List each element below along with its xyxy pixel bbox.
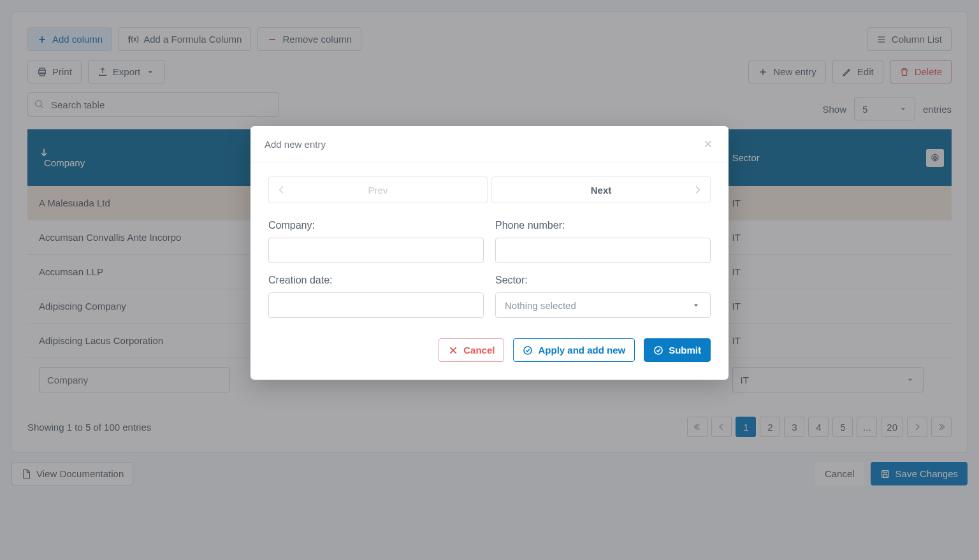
sector-select[interactable]: Nothing selected [495,292,711,318]
add-entry-modal: Add new entry Prev Next Company: [250,126,729,380]
check-circle-icon [523,345,533,355]
modal-title: Add new entry [265,139,326,150]
modal-apply-add-label: Apply and add new [538,345,625,355]
chevron-right-icon [692,185,702,195]
phone-input[interactable] [495,238,711,263]
phone-label: Phone number: [495,220,711,231]
caret-down-icon [691,300,701,310]
modal-overlay: Add new entry Prev Next Company: [0,0,979,560]
modal-apply-add-button[interactable]: Apply and add new [513,338,635,362]
company-input[interactable] [268,238,484,263]
check-circle-icon [653,345,664,355]
modal-cancel-label: Cancel [463,345,495,355]
sector-select-value: Nothing selected [505,300,576,311]
creation-date-input[interactable] [268,292,484,318]
close-icon [703,139,713,149]
creation-date-label: Creation date: [268,275,484,286]
chevron-left-icon [277,185,287,195]
modal-submit-label: Submit [669,345,701,355]
sector-label: Sector: [495,275,711,286]
company-label: Company: [268,220,484,231]
close-icon [448,345,458,355]
modal-next-label: Next [591,185,612,196]
modal-close-button[interactable] [702,138,714,150]
modal-cancel-button[interactable]: Cancel [439,338,504,362]
modal-next-button[interactable]: Next [491,176,711,203]
modal-submit-button[interactable]: Submit [644,338,711,362]
modal-prev-button[interactable]: Prev [268,176,488,203]
modal-prev-label: Prev [368,185,388,196]
